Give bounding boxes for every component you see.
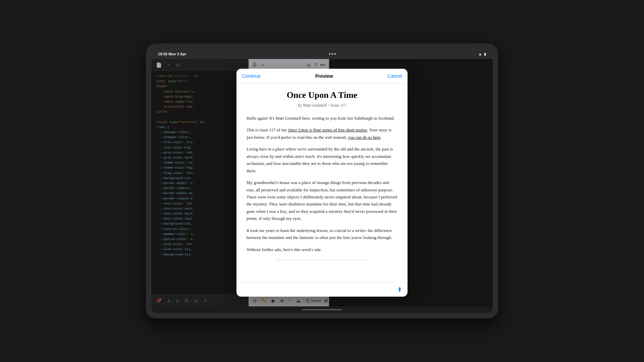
article-paragraph-5: It took me years to learn the underlying… bbox=[247, 227, 397, 241]
status-center-dots bbox=[329, 53, 336, 55]
article-paragraph-2: This is issue 117 of my Once Upon A Time… bbox=[247, 126, 397, 141]
ipad-frame: 19:55 Mon 3 Apr ▲ ▮ 📄 ＋ 🏷 bbox=[146, 44, 498, 318]
article-divider bbox=[277, 260, 367, 260]
preview-modal: Continue Preview Cancel Once Upon A Time… bbox=[236, 69, 408, 297]
wifi-icon: ▲ bbox=[478, 52, 482, 56]
article-body: Hello again! It's Matt Gemmell here, wri… bbox=[247, 115, 397, 253]
modal-bottom-bar: ⬆ bbox=[236, 282, 408, 297]
status-right: ▲ ▮ bbox=[478, 52, 486, 56]
status-dot-1 bbox=[329, 53, 330, 55]
status-time: 19:55 Mon 3 Apr bbox=[158, 52, 186, 56]
home-bar bbox=[302, 309, 342, 310]
continue-button[interactable]: Continue bbox=[242, 73, 261, 79]
main-content: 📄 ＋ 🏷 <!DOCTYPE html><!-- OU… <html lang… bbox=[151, 59, 493, 306]
modal-content: Once Upon A Time by Matt Gemmell ~ Issue… bbox=[236, 83, 408, 282]
status-bar: 19:55 Mon 3 Apr ▲ ▮ bbox=[151, 49, 493, 59]
modal-header: Continue Preview Cancel bbox=[236, 69, 408, 83]
status-dot-3 bbox=[334, 53, 336, 55]
article-paragraph-6: Without further ado, here's this week's … bbox=[247, 246, 397, 253]
once-upon-a-time-link[interactable]: Once Upon A Time series of free short st… bbox=[288, 127, 367, 132]
article-title: Once Upon A Time bbox=[247, 90, 397, 100]
article-byline: by Matt Gemmell ~ Issue 117 bbox=[247, 103, 397, 108]
article-paragraph-3: Living here in a place where we're surro… bbox=[247, 145, 397, 174]
modal-share-icon[interactable]: ⬆ bbox=[397, 286, 402, 293]
cancel-button[interactable]: Cancel bbox=[387, 73, 402, 79]
battery-icon: ▮ bbox=[484, 52, 486, 56]
home-indicator bbox=[151, 306, 493, 313]
ipad-screen: 19:55 Mon 3 Apr ▲ ▮ 📄 ＋ 🏷 bbox=[151, 49, 493, 313]
article-paragraph-1: Hello again! It's Matt Gemmell here, wri… bbox=[247, 115, 397, 122]
status-dot-2 bbox=[332, 53, 333, 55]
article-paragraph-4: My grandmother's house was a place of st… bbox=[247, 179, 397, 222]
modal-title: Preview bbox=[315, 73, 333, 79]
modal-overlay: Continue Preview Cancel Once Upon A Time… bbox=[151, 59, 493, 306]
web-link[interactable]: you can do so here bbox=[348, 135, 380, 140]
